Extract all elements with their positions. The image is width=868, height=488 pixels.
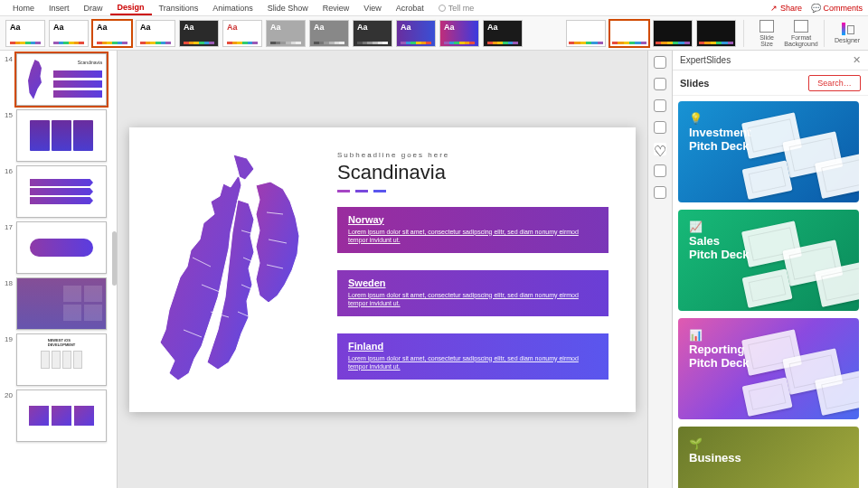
thumbnail-18[interactable] bbox=[16, 277, 107, 330]
rail-home-icon[interactable] bbox=[654, 56, 666, 69]
thumb-number: 15 bbox=[2, 109, 13, 119]
theme-3-selected[interactable]: Aa bbox=[92, 20, 132, 47]
scandinavia-map[interactable] bbox=[147, 149, 310, 393]
theme-12[interactable]: Aa bbox=[483, 20, 523, 47]
theme-6[interactable]: Aa bbox=[222, 20, 262, 47]
thumbnail-20[interactable] bbox=[16, 389, 107, 442]
designer-icon bbox=[840, 23, 854, 35]
deck-investment[interactable]: 💡 InvestmentPitch Deck bbox=[678, 101, 859, 202]
country-name: Sweden bbox=[348, 277, 598, 288]
expertslides-panel: ExpertSlides ✕ Slides Search… 💡 Investme… bbox=[673, 51, 868, 488]
sidepanel-title: ExpertSlides bbox=[680, 55, 731, 65]
theme-office[interactable]: Aa bbox=[5, 20, 45, 47]
designer-button[interactable]: Designer bbox=[832, 18, 863, 49]
tab-design[interactable]: Design bbox=[110, 0, 152, 15]
deck-business[interactable]: 🌱 Business bbox=[678, 427, 859, 488]
rail-folder-icon[interactable] bbox=[654, 186, 666, 199]
title-underline bbox=[337, 190, 609, 192]
variant-2-selected[interactable] bbox=[609, 20, 649, 47]
sidepanel-search-input[interactable]: Search… bbox=[808, 75, 861, 91]
tab-slideshow[interactable]: Slide Show bbox=[260, 0, 316, 15]
slide-size-button[interactable]: Slide Size bbox=[751, 18, 782, 49]
variant-1[interactable] bbox=[566, 20, 606, 47]
thumbnail-17[interactable] bbox=[16, 221, 107, 274]
thumb-number: 20 bbox=[2, 389, 13, 399]
sidepanel-tab-slides[interactable]: Slides bbox=[680, 78, 709, 89]
country-box-norway[interactable]: Norway Lorem ipsum dolor sit amet, conse… bbox=[337, 207, 609, 254]
variant-3[interactable] bbox=[653, 20, 693, 47]
tab-home[interactable]: Home bbox=[5, 0, 42, 15]
country-text: Lorem ipsum dolor sit amet, consectetur … bbox=[348, 354, 598, 371]
thumbnail-16[interactable] bbox=[16, 165, 107, 218]
thumbnail-19[interactable]: NEWEST iOS DEVELOPMENT bbox=[16, 333, 107, 386]
country-text: Lorem ipsum dolor sit amet, consectetur … bbox=[348, 291, 598, 308]
slide-content[interactable]: Subheadline goes here Scandinavia bbox=[129, 127, 636, 412]
tab-transitions[interactable]: Transitions bbox=[152, 0, 206, 15]
sidepanel-close-icon[interactable]: ✕ bbox=[853, 54, 861, 66]
format-bg-icon bbox=[794, 20, 808, 33]
country-box-finland[interactable]: Finland Lorem ipsum dolor sit amet, cons… bbox=[337, 333, 609, 380]
theme-7[interactable]: Aa bbox=[266, 20, 306, 47]
tab-animations[interactable]: Animations bbox=[205, 0, 260, 15]
slide-thumbnails-panel: 14 Scandinavia 15 16 17 18 19 NEWEST bbox=[0, 51, 118, 488]
theme-11[interactable]: Aa bbox=[439, 20, 479, 47]
main-area: 14 Scandinavia 15 16 17 18 19 NEWEST bbox=[0, 51, 868, 488]
tab-acrobat[interactable]: Acrobat bbox=[389, 0, 431, 15]
rail-list-icon[interactable] bbox=[654, 164, 666, 177]
thumb-number: 14 bbox=[2, 53, 13, 63]
slide-title[interactable]: Scandinavia bbox=[337, 161, 609, 184]
country-name: Norway bbox=[348, 214, 598, 225]
tab-view[interactable]: View bbox=[356, 0, 388, 15]
tab-draw[interactable]: Draw bbox=[77, 0, 110, 15]
theme-5[interactable]: Aa bbox=[179, 20, 219, 47]
tab-insert[interactable]: Insert bbox=[42, 0, 77, 15]
ribbon-themes: Aa Aa Aa Aa Aa Aa Aa Aa Aa Aa Aa Aa Slid… bbox=[0, 16, 868, 51]
theme-10[interactable]: Aa bbox=[396, 20, 436, 47]
thumb-number: 16 bbox=[2, 165, 13, 175]
thumbnail-15[interactable] bbox=[16, 109, 107, 162]
rail-layers-icon[interactable] bbox=[654, 99, 666, 112]
thumb-number: 18 bbox=[2, 277, 13, 287]
country-text: Lorem ipsum dolor sit amet, consectetur … bbox=[348, 228, 598, 245]
country-box-sweden[interactable]: Sweden Lorem ipsum dolor sit amet, conse… bbox=[337, 270, 609, 317]
slide-subheadline[interactable]: Subheadline goes here bbox=[337, 151, 609, 159]
slide-size-icon bbox=[760, 20, 774, 33]
comments-button[interactable]: 💬 Comments bbox=[811, 4, 863, 13]
growth-icon: 🌱 bbox=[689, 437, 848, 450]
tell-me-search[interactable]: Tell me bbox=[431, 0, 482, 15]
deck-sales[interactable]: 📈 SalesPitch Deck bbox=[678, 210, 859, 311]
share-button[interactable]: ↗ Share bbox=[770, 4, 802, 13]
slide-canvas[interactable]: Subheadline goes here Scandinavia bbox=[118, 51, 647, 488]
format-background-button[interactable]: Format Background bbox=[786, 18, 816, 49]
lightbulb-icon bbox=[439, 5, 446, 12]
sidepanel-icon-rail: ♡ bbox=[647, 51, 673, 488]
tab-review[interactable]: Review bbox=[316, 0, 357, 15]
theme-2[interactable]: Aa bbox=[49, 20, 89, 47]
tell-me-label: Tell me bbox=[448, 4, 475, 13]
theme-4[interactable]: Aa bbox=[136, 20, 175, 47]
thumb-number: 19 bbox=[2, 333, 13, 343]
rail-settings-icon[interactable] bbox=[654, 121, 666, 134]
ribbon-tabs: Home Insert Draw Design Transitions Anim… bbox=[0, 0, 868, 16]
rail-heart-icon[interactable]: ♡ bbox=[654, 143, 666, 155]
theme-8[interactable]: Aa bbox=[309, 20, 349, 47]
deck-reporting[interactable]: 📊 ReportingPitch Deck bbox=[678, 318, 859, 419]
thumbnail-14[interactable]: Scandinavia bbox=[16, 53, 107, 106]
country-name: Finland bbox=[348, 341, 598, 352]
thumbnails-scrollbar[interactable] bbox=[112, 231, 117, 286]
thumb-number: 17 bbox=[2, 221, 13, 231]
theme-9[interactable]: Aa bbox=[353, 20, 392, 47]
rail-grid-icon[interactable] bbox=[654, 78, 666, 90]
variant-4[interactable] bbox=[696, 20, 736, 47]
